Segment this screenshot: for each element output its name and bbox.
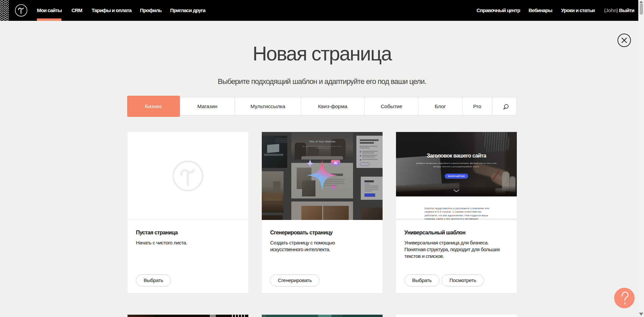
svg-text:AI: AI [334, 161, 337, 165]
